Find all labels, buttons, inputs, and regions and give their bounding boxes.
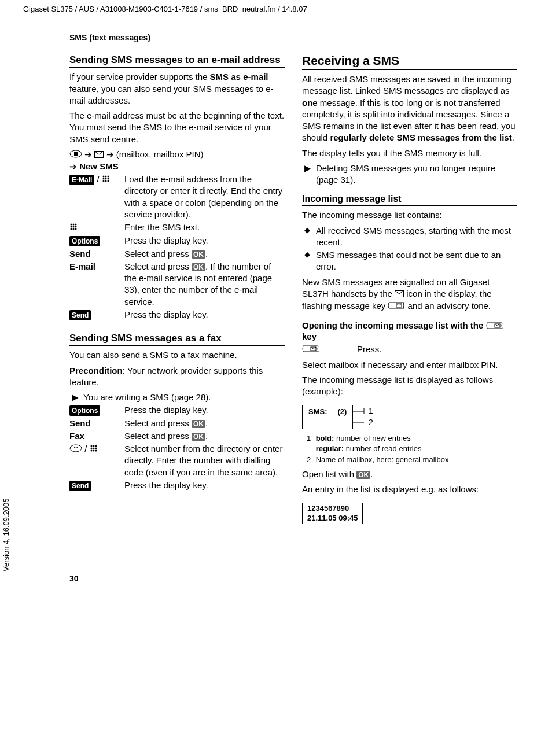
heading-send-fax: Sending SMS messages as a fax	[69, 332, 285, 346]
email-softkey: E-Mail	[69, 175, 94, 185]
options-softkey: Options	[69, 236, 100, 246]
step-row: Send Select and press OK.	[69, 248, 285, 260]
svg-point-26	[93, 447, 94, 449]
ok-key: OK	[192, 263, 205, 271]
paragraph: Open list with OK.	[302, 469, 517, 480]
paragraph: The e-mail address must be at the beginn…	[69, 110, 285, 145]
paragraph: If your service provider supports the SM…	[69, 71, 285, 106]
svg-point-23	[93, 445, 94, 447]
svg-point-15	[71, 226, 72, 228]
send-softkey: Send	[69, 481, 91, 491]
svg-point-20	[75, 228, 77, 230]
svg-point-4	[105, 176, 106, 178]
section-header: SMS (text messages)	[69, 33, 517, 42]
nav-sequence: ➔ ➔ (mailbox, mailbox PIN) ➔ New SMS	[69, 149, 285, 172]
keypad-icon	[69, 222, 78, 234]
heading-receiving: Receiving a SMS	[302, 54, 517, 70]
paragraph: New SMS messages are signalled on all Gi…	[302, 276, 517, 313]
step-row: Send Press the display key.	[69, 480, 285, 491]
bullet: ◆All received SMS messages, starting wit…	[304, 225, 517, 249]
step-row: / Select number from the directory or en…	[69, 443, 285, 478]
svg-point-27	[95, 447, 97, 449]
send-softkey: Send	[69, 310, 91, 320]
svg-point-10	[105, 180, 106, 182]
step-row: Enter the SMS text.	[69, 222, 285, 234]
bullet: ◆SMS messages that could not be sent due…	[304, 249, 517, 273]
svg-point-18	[71, 228, 72, 230]
svg-point-13	[73, 224, 75, 226]
header-path: Gigaset SL375 / AUS / A31008-M1903-C401-…	[0, 0, 552, 16]
svg-point-25	[90, 447, 92, 449]
version-text: Version 4, 16.09.2005	[2, 499, 10, 572]
message-key-icon	[486, 322, 503, 331]
legend: regular: number of read entries	[307, 444, 517, 454]
step-row: Options Press the display key.	[69, 235, 285, 246]
svg-point-17	[75, 226, 77, 228]
ok-key: OK	[192, 250, 205, 259]
crop-mark	[509, 19, 516, 25]
paragraph: An entry in the list is displayed e.g. a…	[302, 484, 517, 495]
ok-key: OK	[192, 433, 205, 441]
svg-point-22	[90, 445, 92, 447]
crop-mark	[509, 582, 516, 589]
message-key-icon	[388, 301, 405, 312]
crop-mark	[28, 582, 35, 589]
svg-point-12	[71, 224, 72, 226]
callout-1: 1	[369, 406, 373, 415]
heading-open-list: Opening the incoming message list with t…	[302, 320, 517, 341]
display-example-2: 1234567890 21.11.05 09:45	[302, 503, 363, 525]
envelope-icon	[94, 149, 104, 161]
svg-point-28	[90, 449, 92, 451]
paragraph: Select mailbox if necessary and enter ma…	[302, 359, 517, 371]
heading-send-email: Sending SMS messages to an e-mail addres…	[69, 54, 285, 68]
display-example-1: SMS:(2) 1 2	[302, 401, 517, 433]
legend: 1 bold: number of new entries	[307, 434, 517, 444]
right-column: Receiving a SMS All received SMS message…	[302, 54, 517, 528]
bullet: ▶Deleting SMS messages you no longer req…	[304, 163, 517, 186]
step-row: E-Mail / Load the e-mail address from th…	[69, 174, 285, 220]
page-number: 30	[69, 574, 517, 583]
svg-point-11	[107, 180, 109, 182]
paragraph: Precondition: Your network provider supp…	[69, 365, 285, 389]
message-key-icon	[302, 344, 319, 356]
svg-rect-1	[74, 152, 78, 156]
paragraph: You can also send a SMS to a fax machine…	[69, 349, 285, 361]
paragraph: The incoming message list is displayed a…	[302, 374, 517, 398]
svg-point-8	[107, 178, 109, 180]
left-column: Sending SMS messages to an e-mail addres…	[69, 54, 285, 528]
svg-point-3	[102, 176, 104, 178]
bullet: ▶You are writing a SMS (page 28).	[72, 392, 285, 403]
control-key-icon	[69, 149, 82, 161]
svg-point-19	[73, 228, 75, 230]
svg-point-29	[93, 449, 94, 451]
paragraph: The display tells you if the SMS memory …	[302, 147, 517, 159]
paragraph: All received SMS messages are saved in t…	[302, 73, 517, 144]
step-row: E-mail Select and press OK. If the numbe…	[69, 261, 285, 308]
ok-key: OK	[356, 471, 370, 479]
ok-key: OK	[192, 420, 205, 428]
step-row: Fax Select and press OK.	[69, 430, 285, 442]
step-row: Send Select and press OK.	[69, 418, 285, 429]
keypad-icon	[102, 174, 110, 186]
step-row: Send Press the display key.	[69, 309, 285, 320]
control-key-icon	[69, 444, 82, 455]
legend: 2 Name of mailbox, here: general mailbox	[307, 455, 517, 465]
envelope-icon	[395, 289, 404, 300]
keypad-icon	[90, 444, 98, 455]
svg-point-7	[105, 178, 106, 180]
options-softkey: Options	[69, 405, 100, 416]
svg-point-6	[102, 178, 104, 180]
svg-point-14	[75, 224, 77, 226]
crop-mark	[28, 19, 35, 25]
step-row: Press.	[302, 344, 517, 356]
step-row: Options Press the display key.	[69, 404, 285, 416]
svg-point-16	[73, 226, 75, 228]
callout-2: 2	[369, 418, 373, 427]
svg-point-5	[107, 176, 109, 178]
paragraph: The incoming message list contains:	[302, 209, 517, 221]
heading-incoming-list: Incoming message list	[302, 194, 517, 206]
svg-point-30	[95, 449, 97, 451]
svg-point-24	[95, 445, 97, 447]
svg-point-9	[102, 180, 104, 182]
